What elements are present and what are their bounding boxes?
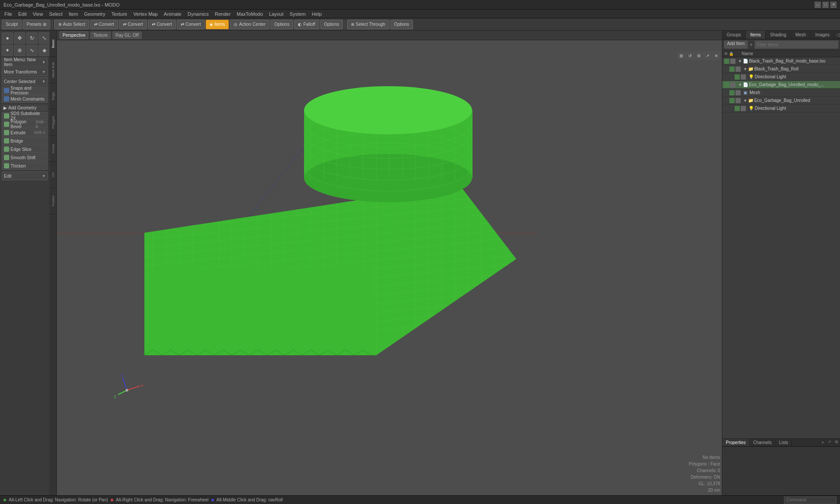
- add-tool-icon[interactable]: ⊕: [14, 45, 25, 56]
- properties-tab[interactable]: Properties: [722, 439, 750, 446]
- item-root1[interactable]: ▼ 📄 Black_Trash_Bag_Roll_modo_base.lxo: [722, 57, 840, 65]
- menu-item[interactable]: Item: [66, 10, 80, 18]
- viewport-settings-icon[interactable]: ⚙: [695, 52, 703, 60]
- item-dir-light1-vis-btn[interactable]: [735, 74, 740, 80]
- item-dir-light2-lock-btn[interactable]: [741, 106, 746, 111]
- item-dir-light2-vis-btn[interactable]: [735, 106, 740, 111]
- raygl-tab[interactable]: Ray GL: Off: [112, 32, 142, 39]
- right-panel-prev-icon[interactable]: ◁: [836, 32, 840, 38]
- move-tool-icon[interactable]: ✥: [14, 32, 25, 44]
- lists-tab[interactable]: Lists: [776, 439, 792, 446]
- tab-shading[interactable]: Shading: [766, 31, 791, 39]
- viewport[interactable]: Perspective Texture Ray GL: Off: [57, 31, 722, 495]
- convert-button-2[interactable]: ⇄ Convert: [119, 20, 147, 29]
- rb-expand-btn[interactable]: ↗: [826, 439, 833, 446]
- curve-vtab[interactable]: Curve: [49, 136, 56, 162]
- tab-images[interactable]: Images: [811, 31, 834, 39]
- add-item-arrow[interactable]: ▼: [749, 42, 753, 47]
- uv-vtab[interactable]: UV: [49, 162, 56, 188]
- snaps-precision-button[interactable]: Snaps and Precision: [2, 87, 48, 94]
- basic-vtab[interactable]: Basic: [49, 31, 56, 57]
- scale-tool-icon[interactable]: ⤡: [38, 32, 49, 44]
- viewport-close-icon[interactable]: ✕: [712, 52, 720, 60]
- menu-geometry[interactable]: Geometry: [81, 10, 108, 18]
- menu-dynamics[interactable]: Dynamics: [185, 10, 211, 18]
- close-button[interactable]: ✕: [830, 2, 836, 8]
- edge-slice-button[interactable]: Edge Slice: [2, 145, 48, 153]
- uv-tool-icon[interactable]: ◈: [38, 45, 49, 56]
- item-mesh-lock-btn[interactable]: [735, 90, 741, 95]
- item-dir-light1[interactable]: 💡 Directional Light: [722, 73, 840, 81]
- menu-select[interactable]: Select: [46, 10, 65, 18]
- add-item-button[interactable]: Add Item: [724, 41, 748, 49]
- item-root2-lock-btn[interactable]: [730, 82, 735, 88]
- command-input[interactable]: [784, 497, 836, 504]
- bridge-button[interactable]: Bridge: [2, 137, 48, 145]
- maximize-button[interactable]: □: [822, 2, 829, 8]
- transform-tool-icon[interactable]: ✦: [2, 45, 13, 56]
- options-button-2[interactable]: Options: [320, 20, 343, 29]
- menu-file[interactable]: File: [2, 10, 15, 18]
- edge-vtab[interactable]: Edge: [49, 83, 56, 109]
- convert-button-3[interactable]: ⇄ Convert: [148, 20, 176, 29]
- tab-mesh[interactable]: Mesh: [791, 31, 811, 39]
- item-eco-bag-vis-btn[interactable]: [729, 98, 735, 103]
- item-eco-bag[interactable]: ▼ 📁 Eco_Garbage_Bag_Unrolled: [722, 97, 840, 105]
- viewport-reset-icon[interactable]: ↺: [686, 52, 694, 60]
- menu-view[interactable]: View: [30, 10, 46, 18]
- center-selected-dropdown[interactable]: Center Selected ▼: [2, 77, 48, 86]
- item-eco-bag-expand[interactable]: ▼: [743, 98, 747, 103]
- thicken-button[interactable]: Thicken: [2, 162, 48, 170]
- channels-tab[interactable]: Channels: [750, 439, 776, 446]
- items-button[interactable]: ◈ Items: [206, 20, 229, 29]
- polygon-vtab[interactable]: Polygon: [49, 109, 56, 136]
- item-eco-bag-lock-btn[interactable]: [735, 98, 741, 103]
- item-root2-vis-btn[interactable]: [724, 82, 729, 88]
- item-child1[interactable]: ▼ 📁 Black_Trash_Bag_Roll: [722, 65, 840, 73]
- rb-settings-btn[interactable]: ⚙: [833, 439, 840, 446]
- item-menu-dropdown[interactable]: Item Menu: New Item ▼: [2, 58, 48, 66]
- sculpt-button[interactable]: Sculpt: [2, 20, 22, 29]
- presets-button[interactable]: Presets ⊞: [23, 20, 50, 29]
- item-child1-expand[interactable]: ▼: [743, 67, 747, 71]
- smooth-shift-button[interactable]: Smooth Shift: [2, 154, 48, 161]
- auto-select-button[interactable]: ⊕ Auto Select: [54, 20, 89, 29]
- menu-layout[interactable]: Layout: [266, 10, 286, 18]
- viewport-canvas[interactable]: X Y Z ⊞ ↺ ⚙ ↗ ✕ No Items Polygons : Face…: [57, 40, 722, 495]
- add-geometry-section[interactable]: ▶ Add Geometry: [2, 105, 48, 111]
- menu-system[interactable]: System: [287, 10, 308, 18]
- item-mesh[interactable]: ▣ Mesh: [722, 89, 840, 97]
- convert-button-4[interactable]: ⇄ Convert: [177, 20, 205, 29]
- menu-edit[interactable]: Edit: [16, 10, 29, 18]
- minimize-button[interactable]: —: [815, 2, 821, 8]
- sds-subdivide-button[interactable]: SDS Subdivide 2X: [2, 112, 48, 120]
- options-button-3[interactable]: Options: [390, 20, 413, 29]
- item-dir-light2[interactable]: 💡 Directional Light: [722, 105, 840, 112]
- item-dir-light1-lock-btn[interactable]: [741, 74, 746, 80]
- item-mesh-vis-btn[interactable]: [729, 90, 735, 95]
- edit-dropdown[interactable]: Edit ▼: [2, 172, 48, 180]
- menu-texture[interactable]: Texture: [109, 10, 130, 18]
- mesh-constraints-button[interactable]: Mesh Constraints: [2, 95, 48, 103]
- item-child1-lock-btn[interactable]: [735, 66, 741, 72]
- tab-groups[interactable]: Groups: [722, 31, 746, 39]
- filter-items-input[interactable]: [755, 41, 838, 49]
- falloff-button[interactable]: ◐ Falloff: [294, 20, 319, 29]
- item-child1-vis-btn[interactable]: [729, 66, 735, 72]
- extrude-button[interactable]: Extrude Shift-X: [2, 129, 48, 136]
- texture-tab[interactable]: Texture: [90, 32, 111, 39]
- rb-add-btn[interactable]: +: [820, 439, 826, 446]
- viewport-expand-icon[interactable]: ↗: [704, 52, 711, 60]
- perspective-tab[interactable]: Perspective: [60, 32, 88, 39]
- item-root1-vis-btn[interactable]: [724, 59, 729, 64]
- fusion-vtab[interactable]: Fusion: [49, 188, 56, 214]
- item-root2-expand[interactable]: ▼: [738, 83, 742, 87]
- convert-button-1[interactable]: ⇄ Convert: [90, 20, 118, 29]
- window-controls[interactable]: — □ ✕: [815, 2, 836, 8]
- select-tool-icon[interactable]: ●: [2, 32, 13, 44]
- menu-maxtomodo[interactable]: MaxToModo: [234, 10, 266, 18]
- menu-render[interactable]: Render: [212, 10, 233, 18]
- tab-items[interactable]: Items: [746, 31, 766, 39]
- item-root1-expand[interactable]: ▼: [738, 59, 742, 63]
- action-center-button[interactable]: ◎ Action Center: [230, 20, 270, 29]
